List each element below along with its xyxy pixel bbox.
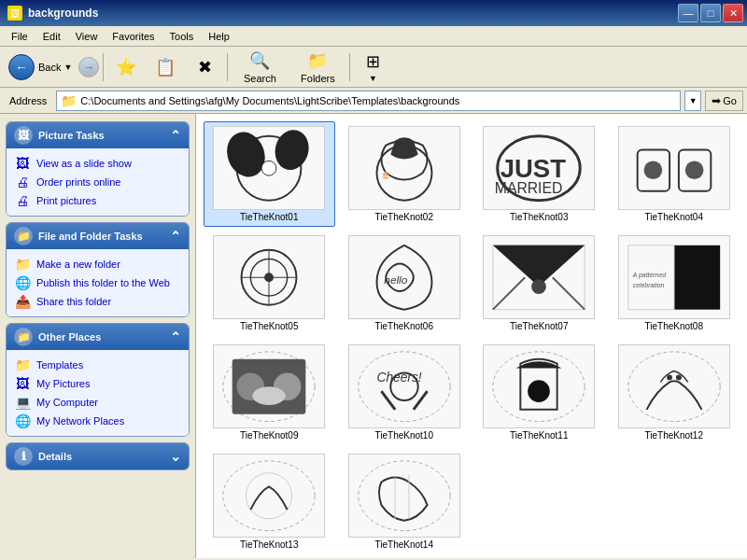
- svg-point-39: [247, 472, 292, 518]
- views-dropdown-icon[interactable]: ▼: [369, 74, 377, 83]
- publish-web-icon: 🌐: [14, 275, 31, 290]
- forward-button[interactable]: →: [78, 57, 99, 77]
- address-path: C:\Documents and Settings\afg\My Documen…: [80, 95, 459, 106]
- thumbnail-image: [483, 235, 595, 319]
- templates-item[interactable]: 📁 Templates: [14, 356, 181, 374]
- thumbnail-label: TieTheKnot10: [375, 430, 433, 441]
- other-places-header[interactable]: 📁 Other Places ⌃: [7, 324, 189, 350]
- svg-text:JUST: JUST: [500, 154, 567, 183]
- file-folder-collapse-icon[interactable]: ⌃: [170, 229, 181, 244]
- thumbnail-item[interactable]: TieTheKnot11: [473, 340, 605, 445]
- thumbnail-item[interactable]: TieTheKnot13: [204, 449, 335, 554]
- menu-file[interactable]: File: [4, 29, 35, 44]
- toolbar-sep3: [349, 53, 350, 81]
- window-title: backgrounds: [28, 7, 98, 20]
- thumbnail-item[interactable]: A patterned celebration TieTheKnot08: [609, 231, 740, 336]
- svg-point-2: [271, 127, 313, 174]
- thumbnail-item[interactable]: TieTheKnot09: [204, 340, 335, 445]
- menu-help[interactable]: Help: [201, 29, 237, 44]
- content-area[interactable]: TieTheKnot01 🎂 TieTheKnot02 JUST MARRIED…: [196, 114, 747, 558]
- thumbnail-item[interactable]: TieTheKnot05: [204, 231, 335, 336]
- thumbnail-image: [213, 235, 325, 319]
- svg-point-36: [667, 374, 672, 380]
- go-label: Go: [723, 95, 737, 106]
- thumbnail-item[interactable]: hello TieTheKnot06: [339, 231, 471, 336]
- file-folder-tasks-title: File and Folder Tasks: [38, 231, 143, 242]
- svg-point-3: [261, 161, 276, 175]
- svg-text:hello: hello: [384, 273, 407, 287]
- thumbnail-item[interactable]: TieTheKnot12: [609, 340, 740, 445]
- share-folder-item[interactable]: 📤 Share this folder: [14, 292, 181, 311]
- maximize-button[interactable]: □: [700, 4, 721, 22]
- svg-text:A patterned: A patterned: [632, 272, 666, 279]
- view-slideshow-label: View as a slide show: [36, 158, 132, 169]
- address-dropdown[interactable]: ▼: [684, 91, 701, 111]
- print-pictures-label: Print pictures: [36, 195, 96, 206]
- views-button[interactable]: ⊞ ▼: [354, 49, 391, 85]
- search-button[interactable]: 🔍 Search: [232, 49, 288, 85]
- thumbnail-image: A patterned celebration: [618, 235, 730, 319]
- folders-button[interactable]: 📁 Folders: [289, 49, 345, 85]
- thumbnail-item[interactable]: TieTheKnot07: [473, 231, 605, 336]
- history-button[interactable]: 📋: [147, 49, 184, 85]
- thumbnails-grid: TieTheKnot01 🎂 TieTheKnot02 JUST MARRIED…: [204, 121, 740, 554]
- menu-edit[interactable]: Edit: [35, 29, 68, 44]
- svg-point-34: [528, 380, 550, 402]
- other-places-collapse-icon[interactable]: ⌃: [170, 329, 181, 344]
- make-folder-item[interactable]: 📁 Make a new folder: [14, 255, 181, 273]
- thumbnail-image: Cheers!: [348, 344, 460, 428]
- back-dropdown-icon[interactable]: ▼: [63, 63, 72, 72]
- toolbar: ← Back ▼ → ⭐ 📋 ✖ 🔍 Search 📁 Folders ⊞ ▼: [0, 47, 747, 88]
- thumbnail-item[interactable]: TieTheKnot14: [339, 449, 471, 554]
- thumbnail-image: JUST MARRIED: [483, 126, 595, 210]
- svg-text:celebration: celebration: [633, 282, 665, 288]
- minimize-button[interactable]: —: [678, 4, 698, 22]
- address-input[interactable]: 📁 C:\Documents and Settings\afg\My Docum…: [56, 91, 681, 111]
- print-pictures-item[interactable]: 🖨 Print pictures: [14, 191, 181, 210]
- thumbnail-label: TieTheKnot12: [645, 430, 703, 441]
- view-slideshow-item[interactable]: 🖼 View as a slide show: [14, 154, 181, 173]
- back-arrow-icon: ←: [8, 54, 35, 80]
- svg-point-29: [253, 386, 286, 405]
- folders-icon: 📁: [307, 50, 328, 71]
- delete-button[interactable]: ✖: [186, 49, 223, 85]
- my-computer-label: My Computer: [36, 397, 98, 408]
- menu-tools[interactable]: Tools: [162, 29, 202, 44]
- picture-tasks-collapse-icon[interactable]: ⌃: [170, 128, 181, 143]
- my-computer-item[interactable]: 💻 My Computer: [14, 393, 181, 412]
- templates-label: Templates: [36, 359, 83, 371]
- folders-label: Folders: [301, 73, 335, 84]
- other-places-body: 📁 Templates 🖼 My Pictures 💻 My Computer …: [7, 350, 189, 436]
- my-pictures-item[interactable]: 🖼 My Pictures: [14, 374, 181, 393]
- main-layout: 🖼 Picture Tasks ⌃ 🖼 View as a slide show…: [0, 114, 747, 558]
- publish-web-item[interactable]: 🌐 Publish this folder to the Web: [14, 273, 181, 292]
- go-button[interactable]: ➡ Go: [705, 91, 743, 111]
- search-label: Search: [244, 73, 276, 84]
- my-network-places-item[interactable]: 🌐 My Network Places: [14, 412, 181, 430]
- thumbnail-label: TieTheKnot14: [375, 539, 433, 550]
- details-header[interactable]: ℹ Details ⌄: [7, 443, 189, 469]
- details-collapse-icon[interactable]: ⌄: [170, 449, 181, 464]
- picture-tasks-header[interactable]: 🖼 Picture Tasks ⌃: [7, 122, 189, 148]
- print-pictures-icon: 🖨: [14, 193, 31, 208]
- svg-text:🎂: 🎂: [381, 170, 390, 179]
- file-folder-tasks-header[interactable]: 📁 File and Folder Tasks ⌃: [7, 223, 189, 249]
- favorites-button[interactable]: ⭐: [107, 49, 145, 85]
- templates-icon: 📁: [14, 357, 31, 372]
- order-prints-item[interactable]: 🖨 Order prints online: [14, 173, 181, 191]
- thumbnail-item[interactable]: TieTheKnot01: [204, 121, 335, 227]
- thumbnail-image: [213, 454, 325, 538]
- delete-icon: ✖: [198, 57, 212, 77]
- menu-view[interactable]: View: [68, 29, 106, 44]
- thumbnail-item[interactable]: 🎂 TieTheKnot02: [339, 121, 471, 227]
- window-controls: — □ ✕: [678, 4, 743, 22]
- close-button[interactable]: ✕: [723, 4, 743, 22]
- thumbnail-item[interactable]: TieTheKnot04: [609, 121, 740, 227]
- my-network-label: My Network Places: [36, 415, 124, 427]
- thumbnail-item[interactable]: JUST MARRIED TieTheKnot03: [473, 121, 605, 227]
- thumbnail-item[interactable]: Cheers! TieTheKnot10: [339, 340, 471, 445]
- thumbnail-label: TieTheKnot07: [510, 321, 568, 331]
- menu-favorites[interactable]: Favorites: [105, 29, 162, 44]
- thumbnail-label: TieTheKnot05: [240, 321, 298, 331]
- back-button[interactable]: ← Back ▼: [4, 51, 77, 83]
